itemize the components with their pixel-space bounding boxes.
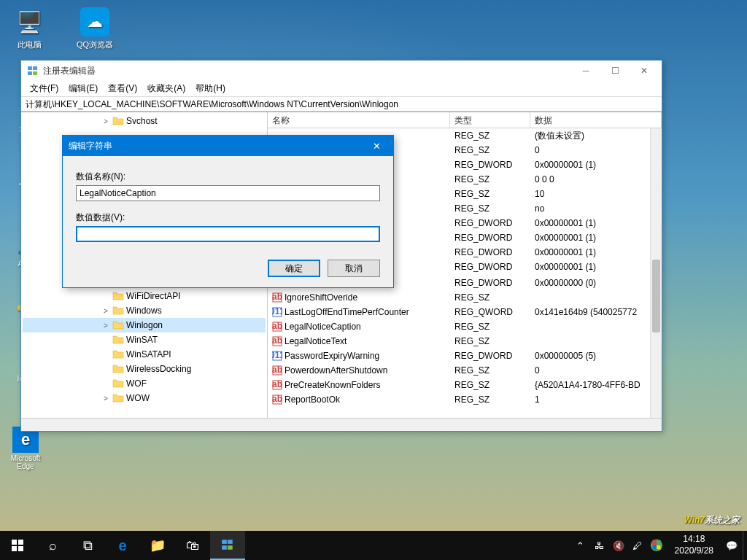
svg-rect-27 [228, 540, 233, 544]
tree-item[interactable]: >Windows [23, 303, 266, 318]
tree-item[interactable]: WirelessDocking [23, 362, 266, 376]
address-bar[interactable]: 计算机\HKEY_LOCAL_MACHINE\SOFTWARE\Microsof… [21, 97, 662, 112]
cell-data [530, 341, 662, 342]
menu-help[interactable]: 帮助(H) [191, 81, 230, 96]
tree-item-label: WiFiDirectAPI [126, 291, 181, 301]
dialog-title: 编辑字符串 [69, 140, 365, 152]
cell-data: (数值未设置) [530, 129, 662, 143]
tree-item[interactable]: WiFiDirectAPI [23, 289, 266, 303]
folder-icon [112, 306, 124, 316]
cell-data: 0 [530, 144, 662, 156]
value-type-icon: ab [272, 394, 282, 405]
tray-network-icon[interactable]: 🖧 [593, 539, 606, 552]
tree-item[interactable]: >WOW [23, 391, 266, 405]
cell-type: REG_SZ [450, 292, 530, 303]
folder-icon [112, 378, 124, 389]
cell-type: REG_QWORD [450, 306, 530, 318]
close-button[interactable]: ✕ [630, 61, 659, 81]
menu-edit[interactable]: 编辑(E) [64, 81, 102, 96]
list-row[interactable]: abPowerdownAfterShutdownREG_SZ0 [268, 363, 662, 378]
menu-favorites[interactable]: 收藏夹(A) [143, 81, 190, 96]
svg-rect-0 [28, 66, 32, 70]
col-header-name[interactable]: 名称 [268, 112, 450, 128]
maximize-button[interactable]: ☐ [600, 61, 630, 81]
cancel-button[interactable]: 取消 [328, 260, 380, 277]
expander-icon[interactable]: > [101, 322, 110, 330]
expander-icon[interactable]: > [101, 307, 110, 315]
cell-data: no [530, 203, 662, 214]
value-data-input[interactable] [76, 226, 380, 242]
dialog-close-button[interactable]: ✕ [365, 136, 387, 156]
tree-item-label: Winlogon [126, 320, 163, 330]
start-button[interactable] [0, 531, 35, 560]
watermark: Win7系统之家 [684, 511, 740, 526]
svg-rect-22 [12, 540, 17, 545]
titlebar[interactable]: 注册表编辑器 ─ ☐ ✕ [21, 61, 662, 81]
cell-data: 0x00000001 (1) [530, 232, 662, 244]
menu-view[interactable]: 查看(V) [104, 81, 142, 96]
folder-icon [112, 291, 124, 301]
taskview-button[interactable]: ⧉ [70, 531, 105, 560]
tray-shield-icon[interactable] [650, 539, 663, 552]
list-row[interactable]: abReportBootOkREG_SZ1 [268, 392, 662, 407]
list-row[interactable]: abLegalNoticeCaptionREG_SZ [268, 319, 662, 334]
tray-ime-icon[interactable]: 🖊 [631, 539, 644, 552]
edit-string-dialog: 编辑字符串 ✕ 数值名称(N): 数值数据(V): 确定 取消 [62, 135, 394, 288]
tree-item-label: Svchost [126, 116, 158, 126]
tray-chevron-icon[interactable]: ⌃ [574, 539, 587, 552]
taskbar-store[interactable]: 🛍 [175, 531, 210, 560]
svg-rect-26 [222, 540, 227, 544]
tree-item[interactable]: >Svchost [23, 114, 266, 128]
taskbar-regedit[interactable] [210, 531, 245, 560]
show-desktop-button[interactable] [743, 531, 747, 560]
list-row[interactable]: abIgnoreShiftOverideREG_SZ [268, 290, 662, 305]
list-row[interactable]: 011LastLogOffEndTimePerfCounterREG_QWORD… [268, 305, 662, 319]
tree-item-label: WinSATAPI [126, 349, 171, 359]
menubar: 文件(F) 编辑(E) 查看(V) 收藏夹(A) 帮助(H) [21, 81, 662, 97]
tree-item[interactable]: WinSAT [23, 332, 266, 347]
tree-item[interactable]: >Winlogon [23, 318, 266, 332]
minimize-button[interactable]: ─ [571, 61, 600, 81]
tree-item-label: WinSAT [126, 335, 158, 345]
cell-type: REG_DWORD [450, 232, 530, 244]
scrollbar-thumb[interactable] [652, 260, 660, 332]
tray-notifications-icon[interactable]: 💬 [725, 539, 738, 552]
this-pc-icon: 🖥️ [15, 7, 44, 36]
tree-item[interactable]: WOF [23, 376, 266, 391]
dialog-titlebar[interactable]: 编辑字符串 ✕ [63, 136, 393, 156]
taskbar-explorer[interactable]: 📁 [140, 531, 175, 560]
desktop-icon-this-pc[interactable]: 🖥️ 此电脑 [7, 7, 51, 50]
menu-file[interactable]: 文件(F) [26, 81, 63, 96]
value-name-label: 数值名称(N): [76, 171, 380, 183]
taskbar-edge[interactable]: e [105, 531, 140, 560]
folder-icon [112, 116, 124, 126]
svg-rect-23 [18, 540, 23, 545]
tree-item[interactable]: WinSATAPI [23, 347, 266, 362]
cell-type: REG_DWORD [450, 277, 530, 289]
vertical-scrollbar[interactable] [650, 128, 662, 418]
cell-type: REG_DWORD [450, 159, 530, 171]
folder-icon [112, 349, 124, 359]
tray-volume-icon[interactable]: 🔇 [612, 539, 625, 552]
desktop-icon-qq-browser[interactable]: ☁ QQ浏览器 [73, 7, 117, 50]
expander-icon[interactable]: > [101, 394, 110, 402]
list-header: 名称 类型 数据 [268, 112, 662, 128]
ok-button[interactable]: 确定 [268, 260, 320, 277]
svg-rect-33 [652, 545, 656, 549]
col-header-type[interactable]: 类型 [450, 112, 530, 128]
tray-datetime[interactable]: 14:18 2020/9/28 [669, 534, 719, 556]
cell-data: 0x00000001 (1) [530, 246, 662, 258]
cell-name: 011LastLogOffEndTimePerfCounter [268, 306, 450, 319]
expander-icon[interactable]: > [101, 117, 110, 125]
cell-type: REG_SZ [450, 379, 530, 391]
col-header-data[interactable]: 数据 [530, 112, 662, 128]
cell-data [530, 297, 662, 298]
cell-data: {A520A1A4-1780-4FF6-BD [530, 379, 662, 391]
list-row[interactable]: abLegalNoticeTextREG_SZ [268, 334, 662, 349]
list-row[interactable]: 011PasswordExpiryWarningREG_DWORD0x00000… [268, 349, 662, 363]
search-button[interactable]: ⌕ [35, 531, 70, 560]
cell-type: REG_SZ [450, 335, 530, 347]
desktop-icon-edge[interactable]: eMicrosoft Edge [7, 427, 44, 470]
value-name-input[interactable] [76, 185, 380, 201]
list-row[interactable]: abPreCreateKnownFoldersREG_SZ{A520A1A4-1… [268, 378, 662, 392]
